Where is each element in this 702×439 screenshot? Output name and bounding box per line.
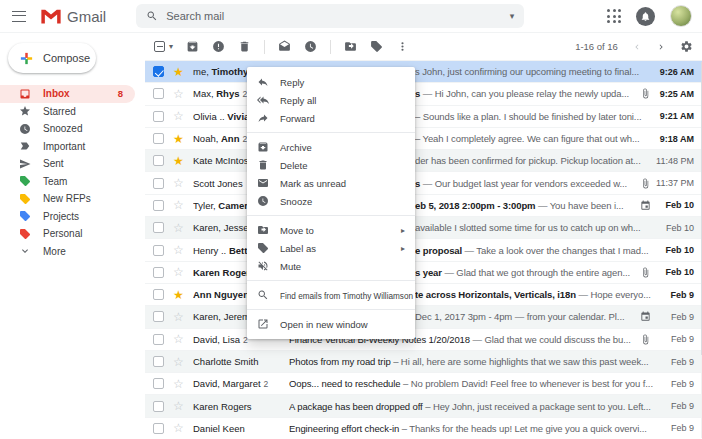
menu-item-find-emails-from-timothy-williamson[interactable]: Find emails from Timothy Williamson <box>247 286 415 304</box>
select-all-caret-icon[interactable]: ▾ <box>169 42 173 51</box>
row-checkbox[interactable] <box>153 155 164 166</box>
gmail-logo[interactable]: Gmail <box>40 8 106 25</box>
select-all-checkbox[interactable]: ▾ <box>154 41 173 52</box>
settings-gear-icon[interactable] <box>680 40 693 53</box>
menu-item-reply[interactable]: Reply <box>247 73 415 91</box>
row-checkbox[interactable] <box>153 356 164 367</box>
menu-item-reply-all[interactable]: Reply all <box>247 91 415 109</box>
email-row[interactable]: ☆David, Lisa2Finance Vertical Bi-Weekly … <box>145 329 702 351</box>
row-checkbox[interactable] <box>153 88 164 99</box>
row-checkbox[interactable] <box>153 111 164 122</box>
row-checkbox[interactable] <box>153 423 164 434</box>
main-menu-icon[interactable] <box>12 11 26 22</box>
menu-item-open-in-new-window[interactable]: Open in new window <box>247 315 415 333</box>
star-icon[interactable]: ☆ <box>172 333 185 345</box>
email-row[interactable]: ☆Karen Rogerss year — Glad that we got t… <box>145 262 702 284</box>
row-checkbox[interactable] <box>153 245 164 256</box>
sidebar-item-more[interactable]: More <box>0 243 135 261</box>
menu-item-label-as[interactable]: Label as▸ <box>247 239 415 257</box>
star-icon[interactable]: ☆ <box>172 356 185 368</box>
move-to-icon[interactable] <box>344 40 357 53</box>
row-checkbox[interactable] <box>153 222 164 233</box>
sidebar-item-new-rfps[interactable]: New RFPs <box>0 190 135 208</box>
row-checkbox[interactable] <box>153 133 164 144</box>
label-icon <box>19 210 31 222</box>
star-icon[interactable]: ★ <box>172 155 185 167</box>
email-row[interactable]: ★Kate McIntoshder has been confirmed for… <box>145 150 702 172</box>
archive-icon[interactable] <box>186 40 199 53</box>
star-icon[interactable]: ☆ <box>172 110 185 122</box>
report-spam-icon[interactable] <box>212 40 225 53</box>
menu-item-delete[interactable]: Delete <box>247 156 415 174</box>
search-bar[interactable]: Search mail ▾ <box>136 4 524 28</box>
sidebar-item-sent[interactable]: Sent <box>0 155 135 173</box>
select-all-box-icon[interactable] <box>154 41 165 52</box>
row-checkbox[interactable] <box>153 311 164 322</box>
sidebar-item-team[interactable]: Team <box>0 173 135 191</box>
email-row[interactable]: ☆Max, Rhys2s — Hi John, can you please r… <box>145 83 702 105</box>
menu-item-label: Find emails from Timothy Williamson <box>280 290 413 301</box>
email-row[interactable]: ★Noah, Ann2– Yeah I completely agree. We… <box>145 128 702 150</box>
star-icon[interactable]: ☆ <box>172 400 185 412</box>
labels-icon[interactable] <box>370 40 383 53</box>
sidebar-item-inbox[interactable]: Inbox8 <box>0 85 135 103</box>
more-options-icon[interactable] <box>396 40 409 53</box>
star-icon[interactable]: ☆ <box>172 88 185 100</box>
row-checkbox[interactable] <box>153 200 164 211</box>
sidebar-item-starred[interactable]: Starred <box>0 103 135 121</box>
email-row[interactable]: ☆Olivia .. Vivian8– Sounds like a plan. … <box>145 106 702 128</box>
older-page-icon[interactable] <box>656 42 666 52</box>
apps-grid-icon[interactable] <box>607 9 621 23</box>
email-date: Feb 9 <box>653 334 702 344</box>
star-icon[interactable]: ☆ <box>172 177 185 189</box>
star-icon[interactable]: ☆ <box>172 422 185 434</box>
notifications-bell-icon[interactable] <box>636 7 655 26</box>
email-row[interactable]: ☆Scott Joness — Our budget last year for… <box>145 172 702 194</box>
email-row[interactable]: ★me, Timothy3s John, just confirming our… <box>145 61 702 83</box>
star-icon[interactable]: ☆ <box>172 378 185 390</box>
menu-item-snooze[interactable]: Snooze <box>247 192 415 210</box>
star-icon[interactable]: ★ <box>172 289 185 301</box>
star-icon[interactable]: ★ <box>172 66 185 78</box>
row-checkbox[interactable] <box>153 378 164 389</box>
menu-item-mute[interactable]: Mute <box>247 257 415 275</box>
star-icon[interactable]: ☆ <box>172 244 185 256</box>
row-checkbox[interactable] <box>153 334 164 345</box>
email-row[interactable]: ☆Daniel KeenEngineering effort check-in … <box>145 418 702 439</box>
star-icon[interactable]: ☆ <box>172 266 185 278</box>
row-checkbox[interactable] <box>153 267 164 278</box>
email-row[interactable]: ☆Charlotte SmithPhotos from my road trip… <box>145 351 702 373</box>
sidebar-item-projects[interactable]: Projects <box>0 208 135 226</box>
email-row[interactable]: ★Ann Nguyente across Horizontals, Vertic… <box>145 284 702 306</box>
compose-button[interactable]: Compose <box>8 43 96 73</box>
email-row[interactable]: ☆Karen, Jesse, Aleavailable I slotted so… <box>145 217 702 239</box>
sidebar-item-important[interactable]: Important <box>0 138 135 156</box>
email-row[interactable]: ☆David, Margaret2Oops... need to resched… <box>145 373 702 395</box>
mark-as-read-icon[interactable] <box>278 40 291 53</box>
user-avatar[interactable] <box>670 5 692 27</box>
menu-item-move-to[interactable]: Move to▸ <box>247 221 415 239</box>
email-row[interactable]: ☆Karen, Jeremy, WDec 1, 2017 3pm - 4pm —… <box>145 306 702 328</box>
email-row[interactable]: ☆Karen RogersA package has been dropped … <box>145 395 702 417</box>
sidebar-item-snoozed[interactable]: Snoozed <box>0 120 135 138</box>
row-checkbox[interactable] <box>153 66 164 77</box>
email-date: Feb 9 <box>653 290 702 300</box>
email-row[interactable]: ☆Henry .. Betty4e proposal — Take a look… <box>145 239 702 261</box>
newer-page-icon[interactable] <box>632 42 642 52</box>
sidebar-item-personal[interactable]: Personal <box>0 225 135 243</box>
snooze-icon[interactable] <box>304 40 317 53</box>
row-checkbox[interactable] <box>153 178 164 189</box>
search-input[interactable]: Search mail <box>166 10 501 22</box>
email-row[interactable]: ☆Tyler, Cameron2eb 5, 2018 2:00pm - 3:00… <box>145 195 702 217</box>
star-icon[interactable]: ☆ <box>172 311 185 323</box>
menu-item-mark-as-unread[interactable]: Mark as unread <box>247 174 415 192</box>
menu-item-forward[interactable]: Forward <box>247 109 415 127</box>
star-icon[interactable]: ★ <box>172 133 185 145</box>
row-checkbox[interactable] <box>153 401 164 412</box>
star-icon[interactable]: ☆ <box>172 222 185 234</box>
menu-item-archive[interactable]: Archive <box>247 138 415 156</box>
star-icon[interactable]: ☆ <box>172 199 185 211</box>
search-options-caret-icon[interactable]: ▾ <box>510 11 515 21</box>
delete-icon[interactable] <box>238 40 251 53</box>
row-checkbox[interactable] <box>153 289 164 300</box>
